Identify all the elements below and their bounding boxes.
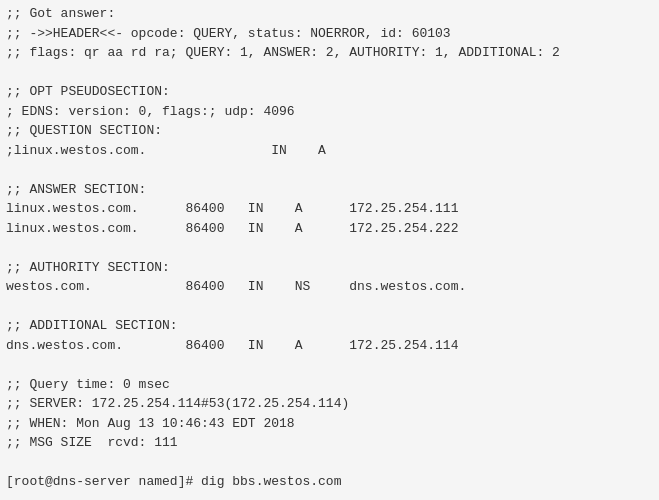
terminal-line: ;; Query time: 0 msec bbox=[6, 375, 653, 395]
empty-line bbox=[6, 453, 653, 473]
terminal-line: ;linux.westos.com. IN A bbox=[6, 141, 653, 161]
empty-line bbox=[6, 160, 653, 180]
terminal-line: ;; Got answer: bbox=[6, 4, 653, 24]
terminal-line: ;; MSG SIZE rcvd: 111 bbox=[6, 433, 653, 453]
terminal-line: linux.westos.com. 86400 IN A 172.25.254.… bbox=[6, 199, 653, 219]
empty-line bbox=[6, 238, 653, 258]
terminal-line: ; EDNS: version: 0, flags:; udp: 4096 bbox=[6, 102, 653, 122]
terminal-line: ;; QUESTION SECTION: bbox=[6, 121, 653, 141]
terminal-line: ;; WHEN: Mon Aug 13 10:46:43 EDT 2018 bbox=[6, 414, 653, 434]
empty-line bbox=[6, 297, 653, 317]
empty-line bbox=[6, 63, 653, 83]
empty-line bbox=[6, 355, 653, 375]
terminal-line: westos.com. 86400 IN NS dns.westos.com. bbox=[6, 277, 653, 297]
terminal-line: linux.westos.com. 86400 IN A 172.25.254.… bbox=[6, 219, 653, 239]
empty-line bbox=[6, 492, 653, 501]
terminal-line: ;; OPT PSEUDOSECTION: bbox=[6, 82, 653, 102]
terminal-window: ;; Got answer:;; ->>HEADER<<- opcode: QU… bbox=[0, 0, 659, 500]
terminal-line: ;; ANSWER SECTION: bbox=[6, 180, 653, 200]
terminal-line: [root@dns-server named]# dig bbs.westos.… bbox=[6, 472, 653, 492]
terminal-line: ;; ->>HEADER<<- opcode: QUERY, status: N… bbox=[6, 24, 653, 44]
terminal-line: dns.westos.com. 86400 IN A 172.25.254.11… bbox=[6, 336, 653, 356]
output-container: ;; Got answer:;; ->>HEADER<<- opcode: QU… bbox=[6, 4, 653, 500]
terminal-line: ;; AUTHORITY SECTION: bbox=[6, 258, 653, 278]
terminal-line: ;; flags: qr aa rd ra; QUERY: 1, ANSWER:… bbox=[6, 43, 653, 63]
terminal-line: ;; SERVER: 172.25.254.114#53(172.25.254.… bbox=[6, 394, 653, 414]
terminal-line: ;; ADDITIONAL SECTION: bbox=[6, 316, 653, 336]
